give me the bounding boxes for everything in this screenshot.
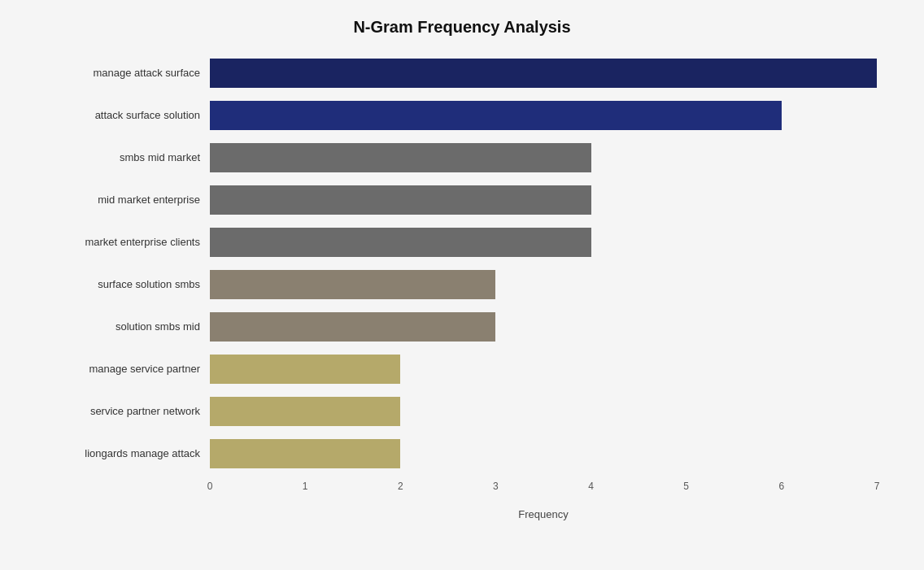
x-axis: 01234567 [210,481,877,505]
bar-row: liongards manage attack [47,433,877,474]
bar-label: liongards manage attack [47,447,210,459]
bar-track [210,355,877,384]
bar-track [210,143,877,172]
bar-fill [210,355,400,384]
chart-container: N-Gram Frequency Analysis manage attack … [15,2,909,569]
x-tick: 3 [493,481,499,492]
bar-track [210,270,877,299]
bar-fill [210,143,591,172]
bar-label: manage attack surface [47,67,210,79]
x-label-row: Frequency [47,505,877,520]
bar-row: solution smbs mid [47,307,877,347]
x-tick: 7 [874,481,880,492]
bar-row: manage attack surface [47,53,877,94]
bar-row: surface solution smbs [47,264,877,305]
x-tick: 5 [683,481,689,492]
bar-row: mid market enterprise [47,180,877,220]
bar-track [210,101,877,130]
chart-area: manage attack surfaceattack surface solu… [47,53,877,476]
bar-row: service partner network [47,391,877,432]
bar-label: mid market enterprise [47,194,210,206]
bar-fill [210,397,400,426]
bar-row: attack surface solution [47,95,877,136]
bar-label: smbs mid market [47,151,210,163]
bar-track [210,312,877,342]
bar-label: market enterprise clients [47,236,210,248]
x-axis-label: Frequency [210,508,877,520]
bar-row: smbs mid market [47,137,877,178]
x-tick: 2 [398,481,403,492]
bar-row: market enterprise clients [47,222,877,263]
bar-track [210,59,877,88]
bar-fill [210,59,877,88]
bar-label: attack surface solution [47,109,210,121]
bar-label: manage service partner [47,363,210,375]
x-tick: 6 [779,481,785,492]
chart-title: N-Gram Frequency Analysis [47,18,877,37]
bar-fill [210,439,400,468]
bar-track [210,185,877,215]
bar-row: manage service partner [47,349,877,389]
bar-label: solution smbs mid [47,320,210,333]
bar-fill [210,228,591,257]
x-tick: 0 [207,481,213,492]
bar-fill [210,101,782,130]
bar-fill [210,270,495,299]
bar-track [210,228,877,257]
x-tick: 1 [303,481,308,492]
bar-track [210,397,877,426]
x-tick: 4 [588,481,594,492]
bar-label: surface solution smbs [47,278,210,290]
x-axis-area: 01234567 [47,481,877,505]
bar-fill [210,312,495,342]
bar-track [210,439,877,468]
bar-label: service partner network [47,405,210,417]
bar-fill [210,185,591,215]
